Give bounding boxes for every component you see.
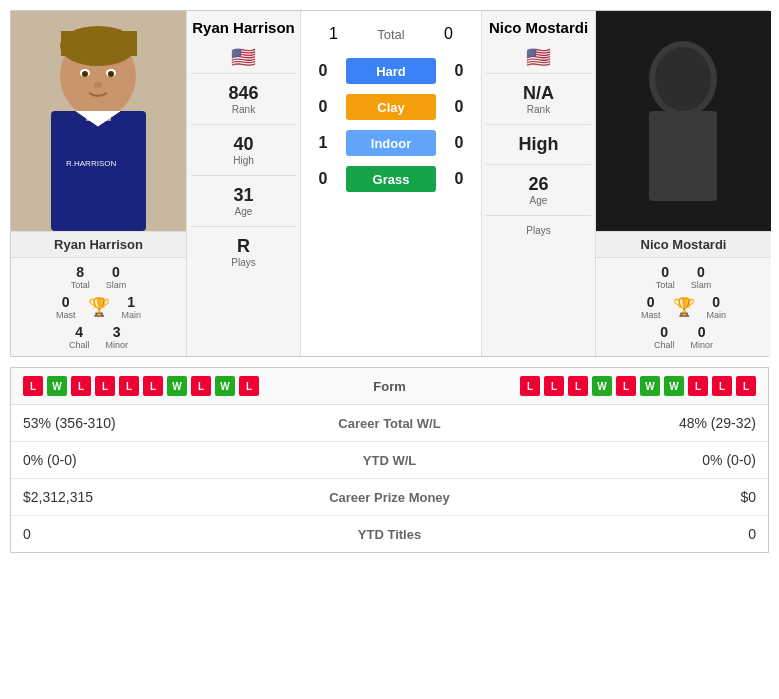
right-form-badge-w: W [592,376,612,396]
svg-rect-14 [649,111,717,201]
indoor-left-score: 1 [308,134,338,152]
svg-rect-1 [51,111,146,231]
left-slam-stat: 0 Slam [106,264,127,290]
hard-badge: Hard [346,58,436,84]
left-player-name: Ryan Harrison [192,19,295,37]
clay-right-score: 0 [444,98,474,116]
stat-right-0: 48% (29-32) [470,415,757,431]
left-player-info-card: Ryan Harrison 🇺🇸 846 Rank 40 High 31 Age… [186,11,301,356]
right-trophy-icon: 🏆 [673,296,695,318]
left-minor-stat: 3 Minor [106,324,129,350]
right-player-flag: 🇺🇸 [526,45,551,69]
left-age-stat: 31 Age [233,185,253,217]
stat-right-3: 0 [470,526,757,542]
total-row: 1 Total 0 [301,25,481,43]
right-form-badge-l: L [688,376,708,396]
right-form-badge-l: L [712,376,732,396]
right-player-photo-area: Nico Mostardi 0 Total 0 Slam 0 [596,11,771,356]
stat-left-3: 0 [23,526,310,542]
right-plays-stat: Plays [526,225,550,236]
right-mast-stat: 0 Mast [641,294,661,320]
clay-left-score: 0 [308,98,338,116]
right-player-name: Nico Mostardi [489,19,588,37]
right-main-stat: 0 Main [707,294,727,320]
clay-court-row: 0 Clay 0 [301,94,481,120]
left-player-flag: 🇺🇸 [231,45,256,69]
svg-rect-5 [61,31,137,56]
stat-right-1: 0% (0-0) [470,452,757,468]
stat-right-2: $0 [470,489,757,505]
svg-point-15 [655,47,711,111]
stat-center-0: Career Total W/L [310,416,470,431]
hard-right-score: 0 [444,62,474,80]
right-form-badges: LLLWLWWLLL [450,376,757,396]
right-form-badge-l: L [616,376,636,396]
right-chall-stat: 0 Chall [654,324,675,350]
right-player-info-card: Nico Mostardi 🇺🇸 N/A Rank High 26 Age Pl… [481,11,596,356]
stat-left-1: 0% (0-0) [23,452,310,468]
bottom-stats-section: LWLLLLWLWL Form LLLWLWWLLL 53% (356-310)… [10,367,769,553]
right-high-stat: High [519,134,559,155]
nico-mostardi-svg [596,11,771,231]
left-chall-stat: 4 Chall [69,324,90,350]
clay-badge: Clay [346,94,436,120]
svg-point-9 [108,71,114,77]
stat-row-0: 53% (356-310)Career Total W/L48% (29-32) [11,405,768,442]
total-right-score: 0 [444,25,453,43]
stat-center-2: Career Prize Money [310,490,470,505]
stat-center-3: YTD Titles [310,527,470,542]
left-trophy-icon: 🏆 [88,296,110,318]
total-left-score: 1 [329,25,338,43]
left-form-badge-w: W [215,376,235,396]
grass-right-score: 0 [444,170,474,188]
left-form-badge-l: L [191,376,211,396]
form-row: LWLLLLWLWL Form LLLWLWWLLL [11,368,768,405]
left-form-badge-w: W [167,376,187,396]
ryan-harrison-svg: R.HARRISON [11,11,186,231]
left-total-stat: 8 Total [71,264,90,290]
left-player-photo: R.HARRISON [11,11,186,231]
left-mast-stat: 0 Mast [56,294,76,320]
right-age-stat: 26 Age [528,174,548,206]
left-player-photo-area: R.HARRISON Ryan Harrison 8 Total 0 S [11,11,186,356]
right-form-badge-w: W [640,376,660,396]
indoor-court-row: 1 Indoor 0 [301,130,481,156]
right-slam-stat: 0 Slam [691,264,712,290]
hard-left-score: 0 [308,62,338,80]
indoor-badge: Indoor [346,130,436,156]
left-high-stat: 40 High [233,134,254,166]
left-form-badge-l: L [143,376,163,396]
left-form-badge-w: W [47,376,67,396]
stat-row-1: 0% (0-0)YTD W/L0% (0-0) [11,442,768,479]
grass-badge: Grass [346,166,436,192]
left-rank-stat: 846 Rank [228,83,258,115]
right-minor-stat: 0 Minor [691,324,714,350]
indoor-right-score: 0 [444,134,474,152]
stats-rows: 53% (356-310)Career Total W/L48% (29-32)… [11,405,768,552]
left-plays-stat: R Plays [231,236,255,268]
right-form-badge-w: W [664,376,684,396]
stat-row-2: $2,312,315Career Prize Money$0 [11,479,768,516]
right-player-photo [596,11,771,231]
left-form-badge-l: L [119,376,139,396]
stat-left-2: $2,312,315 [23,489,310,505]
center-courts-column: 1 Total 0 0 Hard 0 0 Clay 0 1 Indoor 0 0 [301,11,481,356]
left-form-badge-l: L [239,376,259,396]
right-form-badge-l: L [544,376,564,396]
players-comparison: R.HARRISON Ryan Harrison 8 Total 0 S [10,10,769,357]
stat-row-3: 0YTD Titles0 [11,516,768,552]
left-form-badge-l: L [71,376,91,396]
right-rank-stat: N/A Rank [523,83,554,115]
form-label: Form [330,379,450,394]
svg-point-10 [94,82,102,88]
left-form-badge-l: L [95,376,115,396]
hard-court-row: 0 Hard 0 [301,58,481,84]
left-main-stat: 1 Main [122,294,142,320]
total-label: Total [346,27,436,42]
stat-center-1: YTD W/L [310,453,470,468]
main-container: R.HARRISON Ryan Harrison 8 Total 0 S [0,10,779,553]
left-form-badges: LWLLLLWLWL [23,376,330,396]
stat-left-0: 53% (356-310) [23,415,310,431]
svg-text:R.HARRISON: R.HARRISON [66,159,116,168]
svg-point-8 [82,71,88,77]
